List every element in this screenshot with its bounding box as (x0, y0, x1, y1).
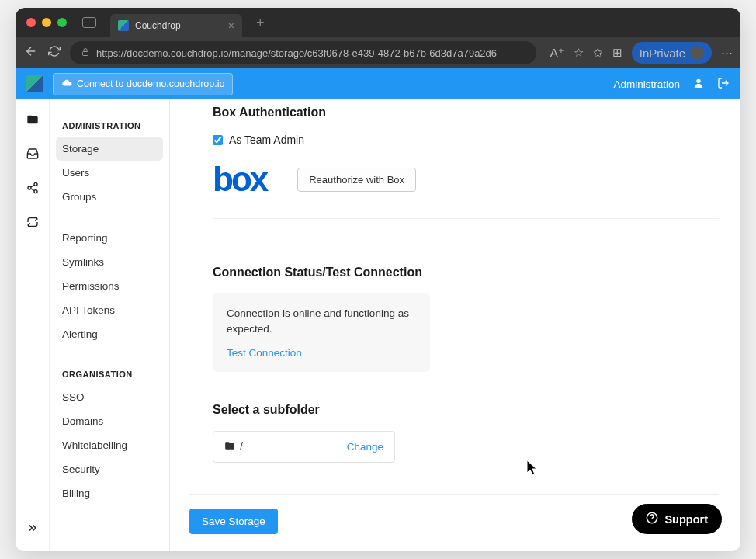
back-button[interactable] (23, 44, 39, 61)
box-auth-section: Box Authentication As Team Admin box Rea… (213, 106, 719, 219)
svg-rect-0 (83, 51, 88, 55)
browser-tab[interactable]: Couchdrop × (110, 14, 242, 37)
sidebar-item-groups[interactable]: Groups (50, 185, 169, 209)
window-minimize-button[interactable] (42, 18, 51, 27)
svg-point-2 (34, 182, 37, 186)
lock-icon (81, 47, 90, 59)
header-right: Administration (613, 77, 730, 92)
connect-button[interactable]: Connect to docdemo.couchdrop.io (53, 73, 233, 95)
tabs-overview-icon[interactable] (82, 17, 96, 28)
svg-point-1 (696, 78, 700, 82)
sidebar-item-whitelabelling[interactable]: Whitelabelling (50, 433, 169, 457)
sidebar-item-reporting[interactable]: Reporting (50, 226, 169, 250)
app-logo[interactable] (26, 75, 43, 92)
new-tab-button[interactable]: + (256, 15, 265, 31)
read-aloud-icon[interactable]: A⁺ (550, 46, 564, 60)
nav-rail (16, 99, 50, 551)
support-label: Support (664, 513, 708, 526)
rail-expand-button[interactable] (26, 522, 39, 537)
reauthorize-button[interactable]: Reauthorize with Box (297, 168, 416, 192)
administration-link[interactable]: Administration (613, 78, 680, 90)
help-icon (646, 512, 658, 526)
as-team-admin-checkbox[interactable] (213, 135, 223, 145)
more-menu-icon[interactable]: ⋯ (721, 46, 733, 60)
change-folder-link[interactable]: Change (347, 441, 383, 453)
profile-avatar-icon (690, 46, 704, 60)
sidebar: ADMINISTRATION Storage Users Groups Repo… (50, 99, 170, 551)
sidebar-item-billing[interactable]: Billing (50, 481, 169, 505)
test-connection-link[interactable]: Test Connection (227, 347, 302, 359)
svg-point-4 (34, 190, 37, 193)
sidebar-heading-org: ORGANISATION (50, 363, 169, 385)
logout-icon[interactable] (717, 77, 730, 92)
subfolder-selector: / Change (213, 431, 395, 463)
subfolder-title: Select a subfolder (213, 403, 719, 417)
team-admin-row: As Team Admin (213, 134, 719, 146)
inprivate-label: InPrivate (640, 47, 685, 60)
save-storage-button[interactable]: Save Storage (189, 509, 278, 534)
sidebar-item-alerting[interactable]: Alerting (50, 322, 169, 346)
rail-sync-icon[interactable] (25, 214, 40, 230)
user-icon[interactable] (692, 77, 705, 92)
as-team-admin-label: As Team Admin (229, 134, 304, 146)
window-controls (26, 18, 67, 27)
folder-icon (224, 440, 235, 453)
sidebar-item-sso[interactable]: SSO (50, 385, 169, 409)
folder-path: / (224, 440, 347, 453)
address-bar[interactable]: https://docdemo.couchdrop.io/manage/stor… (70, 41, 536, 64)
sidebar-item-storage[interactable]: Storage (56, 137, 163, 161)
box-auth-title: Box Authentication (213, 106, 719, 120)
folder-path-text: / (240, 440, 243, 453)
app-body: ADMINISTRATION Storage Users Groups Repo… (16, 99, 740, 551)
tab-title: Couchdrop (135, 20, 181, 31)
status-box: Connection is online and functioning as … (213, 293, 430, 372)
sidebar-item-domains[interactable]: Domains (50, 409, 169, 433)
rail-inbox-icon[interactable] (25, 146, 40, 161)
app-header: Connect to docdemo.couchdrop.io Administ… (16, 68, 740, 99)
connection-status-section: Connection Status/Test Connection Connec… (213, 266, 719, 372)
browser-actions: A⁺ ☆ ✩ ⊞ InPrivate ⋯ (550, 42, 733, 64)
tab-favicon (118, 20, 129, 31)
cloud-icon (61, 78, 72, 91)
connect-label: Connect to docdemo.couchdrop.io (77, 78, 224, 89)
main-content: Box Authentication As Team Admin box Rea… (170, 99, 740, 551)
rail-files-icon[interactable] (25, 112, 40, 127)
collections-icon[interactable]: ⊞ (612, 46, 622, 60)
browser-window: Couchdrop × + https://docdemo.couchdrop.… (16, 8, 740, 551)
sidebar-item-permissions[interactable]: Permissions (50, 274, 169, 298)
close-tab-icon[interactable]: × (228, 19, 234, 32)
window-maximize-button[interactable] (57, 18, 67, 27)
refresh-button[interactable] (47, 45, 62, 61)
sidebar-item-api-tokens[interactable]: API Tokens (50, 298, 169, 322)
url-text: https://docdemo.couchdrop.io/manage/stor… (96, 47, 525, 59)
sidebar-item-users[interactable]: Users (50, 161, 169, 185)
window-close-button[interactable] (26, 18, 36, 27)
subfolder-section: Select a subfolder / Change (213, 403, 719, 463)
favorites-list-icon[interactable]: ✩ (593, 46, 603, 60)
favorite-icon[interactable]: ☆ (574, 46, 584, 60)
titlebar: Couchdrop × + (16, 8, 740, 37)
rail-share-icon[interactable] (25, 180, 40, 196)
status-text: Connection is online and functioning as … (227, 306, 416, 338)
sidebar-heading-admin: ADMINISTRATION (50, 115, 169, 137)
sidebar-item-security[interactable]: Security (50, 457, 169, 481)
sidebar-item-symlinks[interactable]: Symlinks (50, 250, 169, 274)
cursor-icon (527, 460, 539, 480)
svg-point-3 (28, 186, 31, 189)
support-button[interactable]: Support (632, 504, 722, 534)
url-toolbar: https://docdemo.couchdrop.io/manage/stor… (16, 37, 740, 68)
inprivate-badge[interactable]: InPrivate (632, 42, 712, 64)
connection-status-title: Connection Status/Test Connection (213, 266, 719, 280)
box-logo-row: box Reauthorize with Box (213, 160, 719, 219)
box-logo: box (213, 160, 266, 199)
